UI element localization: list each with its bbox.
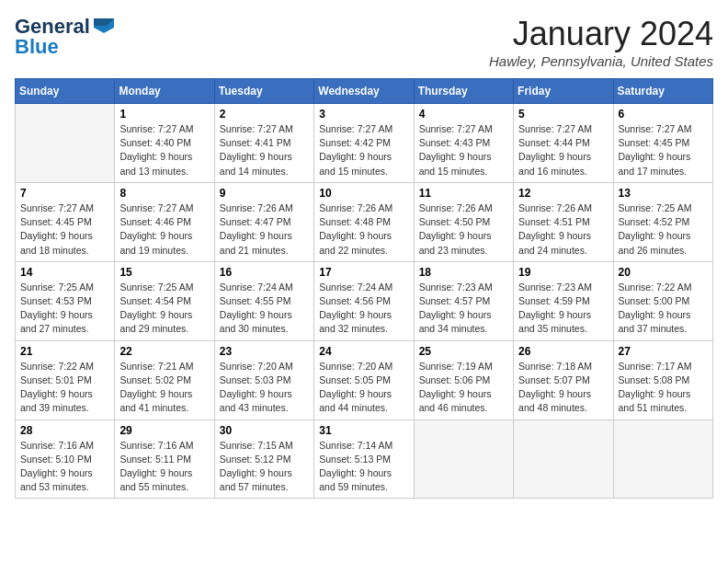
day-info: Sunrise: 7:26 AMSunset: 4:47 PMDaylight:… bbox=[220, 201, 309, 258]
day-number: 20 bbox=[619, 266, 708, 279]
day-number: 23 bbox=[220, 345, 309, 358]
calendar-cell: 29Sunrise: 7:16 AMSunset: 5:11 PMDayligh… bbox=[115, 419, 214, 499]
calendar-cell: 23Sunrise: 7:20 AMSunset: 5:03 PMDayligh… bbox=[214, 340, 313, 419]
day-number: 12 bbox=[518, 187, 608, 200]
day-info: Sunrise: 7:27 AMSunset: 4:42 PMDaylight:… bbox=[319, 122, 408, 178]
calendar-day-header: Sunday bbox=[16, 79, 115, 104]
day-number: 17 bbox=[319, 266, 408, 279]
day-number: 6 bbox=[619, 108, 708, 121]
day-info: Sunrise: 7:15 AMSunset: 5:12 PMDaylight:… bbox=[220, 439, 309, 495]
day-number: 1 bbox=[119, 108, 209, 121]
calendar-day-header: Friday bbox=[514, 79, 613, 104]
day-number: 13 bbox=[619, 187, 708, 200]
calendar-week-row: 21Sunrise: 7:22 AMSunset: 5:01 PMDayligh… bbox=[16, 340, 713, 419]
calendar-cell: 12Sunrise: 7:26 AMSunset: 4:51 PMDayligh… bbox=[514, 182, 613, 261]
day-info: Sunrise: 7:26 AMSunset: 4:48 PMDaylight:… bbox=[319, 201, 408, 258]
day-number: 19 bbox=[518, 266, 608, 279]
logo: General Blue bbox=[15, 15, 114, 59]
calendar-week-row: 28Sunrise: 7:16 AMSunset: 5:10 PMDayligh… bbox=[16, 419, 713, 499]
month-title: January 2024 bbox=[489, 15, 713, 53]
day-number: 5 bbox=[518, 108, 608, 121]
day-number: 18 bbox=[419, 266, 508, 279]
day-info: Sunrise: 7:16 AMSunset: 5:11 PMDaylight:… bbox=[119, 439, 209, 495]
calendar-cell: 14Sunrise: 7:25 AMSunset: 4:53 PMDayligh… bbox=[16, 261, 115, 340]
day-info: Sunrise: 7:27 AMSunset: 4:44 PMDaylight:… bbox=[518, 122, 608, 178]
calendar-cell: 17Sunrise: 7:24 AMSunset: 4:56 PMDayligh… bbox=[314, 261, 414, 340]
calendar-cell: 9Sunrise: 7:26 AMSunset: 4:47 PMDaylight… bbox=[214, 182, 313, 261]
calendar-cell: 15Sunrise: 7:25 AMSunset: 4:54 PMDayligh… bbox=[115, 261, 214, 340]
calendar-cell: 7Sunrise: 7:27 AMSunset: 4:45 PMDaylight… bbox=[16, 182, 115, 261]
day-info: Sunrise: 7:22 AMSunset: 5:01 PMDaylight:… bbox=[20, 360, 109, 416]
day-number: 25 bbox=[419, 345, 508, 358]
calendar-day-header: Tuesday bbox=[214, 79, 313, 104]
day-number: 9 bbox=[220, 187, 309, 200]
calendar-cell: 21Sunrise: 7:22 AMSunset: 5:01 PMDayligh… bbox=[16, 340, 115, 419]
calendar-cell: 8Sunrise: 7:27 AMSunset: 4:46 PMDaylight… bbox=[115, 182, 214, 261]
day-info: Sunrise: 7:25 AMSunset: 4:54 PMDaylight:… bbox=[119, 281, 209, 337]
calendar-cell: 1Sunrise: 7:27 AMSunset: 4:40 PMDaylight… bbox=[115, 104, 214, 183]
day-info: Sunrise: 7:25 AMSunset: 4:52 PMDaylight:… bbox=[619, 201, 708, 258]
day-info: Sunrise: 7:22 AMSunset: 5:00 PMDaylight:… bbox=[619, 281, 708, 337]
location: Hawley, Pennsylvania, United States bbox=[489, 53, 713, 69]
day-number: 22 bbox=[119, 345, 209, 358]
day-info: Sunrise: 7:26 AMSunset: 4:50 PMDaylight:… bbox=[419, 201, 508, 258]
day-info: Sunrise: 7:27 AMSunset: 4:43 PMDaylight:… bbox=[419, 122, 508, 178]
day-number: 11 bbox=[419, 187, 508, 200]
calendar-cell: 31Sunrise: 7:14 AMSunset: 5:13 PMDayligh… bbox=[314, 419, 414, 499]
day-info: Sunrise: 7:27 AMSunset: 4:40 PMDaylight:… bbox=[119, 122, 209, 178]
day-info: Sunrise: 7:20 AMSunset: 5:05 PMDaylight:… bbox=[319, 360, 408, 416]
calendar-cell bbox=[514, 419, 613, 499]
logo-flag-icon bbox=[94, 18, 114, 33]
calendar-cell bbox=[414, 419, 513, 499]
calendar-header-row: SundayMondayTuesdayWednesdayThursdayFrid… bbox=[16, 79, 713, 104]
day-number: 3 bbox=[319, 108, 408, 121]
calendar-cell bbox=[16, 104, 115, 183]
day-number: 4 bbox=[419, 108, 508, 121]
calendar-cell: 4Sunrise: 7:27 AMSunset: 4:43 PMDaylight… bbox=[414, 104, 513, 183]
day-number: 15 bbox=[119, 266, 209, 279]
calendar-cell: 11Sunrise: 7:26 AMSunset: 4:50 PMDayligh… bbox=[414, 182, 513, 261]
calendar-week-row: 14Sunrise: 7:25 AMSunset: 4:53 PMDayligh… bbox=[16, 261, 713, 340]
calendar-cell: 6Sunrise: 7:27 AMSunset: 4:45 PMDaylight… bbox=[613, 104, 712, 183]
day-number: 10 bbox=[319, 187, 408, 200]
logo-blue: Blue bbox=[15, 35, 59, 59]
calendar-day-header: Wednesday bbox=[314, 79, 414, 104]
day-info: Sunrise: 7:18 AMSunset: 5:07 PMDaylight:… bbox=[518, 360, 608, 416]
calendar-cell bbox=[613, 419, 712, 499]
calendar-cell: 2Sunrise: 7:27 AMSunset: 4:41 PMDaylight… bbox=[214, 104, 313, 183]
day-number: 30 bbox=[220, 424, 309, 437]
calendar-cell: 24Sunrise: 7:20 AMSunset: 5:05 PMDayligh… bbox=[314, 340, 414, 419]
day-number: 8 bbox=[119, 187, 209, 200]
day-info: Sunrise: 7:27 AMSunset: 4:46 PMDaylight:… bbox=[119, 201, 209, 258]
calendar-table: SundayMondayTuesdayWednesdayThursdayFrid… bbox=[15, 78, 713, 499]
day-info: Sunrise: 7:24 AMSunset: 4:55 PMDaylight:… bbox=[220, 281, 309, 337]
calendar-week-row: 7Sunrise: 7:27 AMSunset: 4:45 PMDaylight… bbox=[16, 182, 713, 261]
calendar-cell: 30Sunrise: 7:15 AMSunset: 5:12 PMDayligh… bbox=[214, 419, 313, 499]
day-number: 14 bbox=[20, 266, 109, 279]
day-number: 27 bbox=[619, 345, 708, 358]
calendar-cell: 22Sunrise: 7:21 AMSunset: 5:02 PMDayligh… bbox=[115, 340, 214, 419]
day-number: 26 bbox=[518, 345, 608, 358]
day-info: Sunrise: 7:26 AMSunset: 4:51 PMDaylight:… bbox=[518, 201, 608, 258]
calendar-day-header: Monday bbox=[115, 79, 214, 104]
day-info: Sunrise: 7:14 AMSunset: 5:13 PMDaylight:… bbox=[319, 439, 408, 495]
day-number: 31 bbox=[319, 424, 408, 437]
day-info: Sunrise: 7:17 AMSunset: 5:08 PMDaylight:… bbox=[619, 360, 708, 416]
calendar-cell: 27Sunrise: 7:17 AMSunset: 5:08 PMDayligh… bbox=[613, 340, 712, 419]
day-number: 7 bbox=[20, 187, 109, 200]
day-number: 16 bbox=[220, 266, 309, 279]
day-info: Sunrise: 7:27 AMSunset: 4:41 PMDaylight:… bbox=[220, 122, 309, 178]
calendar-cell: 10Sunrise: 7:26 AMSunset: 4:48 PMDayligh… bbox=[314, 182, 414, 261]
day-info: Sunrise: 7:19 AMSunset: 5:06 PMDaylight:… bbox=[419, 360, 508, 416]
day-info: Sunrise: 7:21 AMSunset: 5:02 PMDaylight:… bbox=[119, 360, 209, 416]
day-info: Sunrise: 7:27 AMSunset: 4:45 PMDaylight:… bbox=[20, 201, 109, 258]
calendar-cell: 25Sunrise: 7:19 AMSunset: 5:06 PMDayligh… bbox=[414, 340, 513, 419]
day-number: 29 bbox=[119, 424, 209, 437]
calendar-week-row: 1Sunrise: 7:27 AMSunset: 4:40 PMDaylight… bbox=[16, 104, 713, 183]
day-number: 28 bbox=[20, 424, 109, 437]
calendar-cell: 28Sunrise: 7:16 AMSunset: 5:10 PMDayligh… bbox=[16, 419, 115, 499]
day-info: Sunrise: 7:27 AMSunset: 4:45 PMDaylight:… bbox=[619, 122, 708, 178]
calendar-day-header: Saturday bbox=[613, 79, 712, 104]
day-info: Sunrise: 7:23 AMSunset: 4:57 PMDaylight:… bbox=[419, 281, 508, 337]
day-number: 24 bbox=[319, 345, 408, 358]
